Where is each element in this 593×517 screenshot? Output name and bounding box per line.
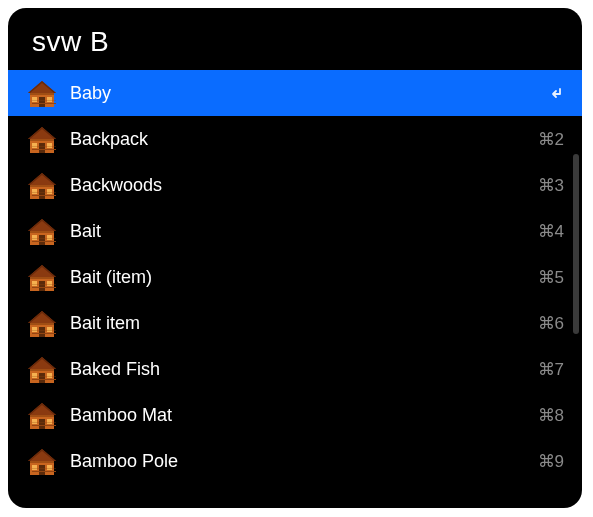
shortcut-label: ⌘7 — [538, 359, 564, 380]
svg-rect-59 — [32, 373, 37, 378]
svg-rect-58 — [39, 373, 45, 383]
scrollbar-thumb[interactable] — [573, 154, 579, 334]
result-label: Bamboo Mat — [70, 405, 526, 426]
svg-rect-35 — [32, 238, 56, 239]
search-input[interactable] — [32, 26, 558, 58]
svg-rect-71 — [32, 422, 56, 423]
svg-rect-44 — [32, 284, 56, 285]
svg-rect-8 — [32, 100, 56, 101]
house-icon — [26, 169, 58, 201]
svg-rect-53 — [32, 330, 56, 331]
svg-rect-22 — [39, 189, 45, 199]
svg-rect-42 — [47, 281, 52, 286]
svg-rect-61 — [32, 379, 56, 380]
svg-rect-15 — [47, 143, 52, 148]
scrollbar[interactable] — [573, 154, 579, 334]
result-row[interactable]: Bait⌘4 — [8, 208, 582, 254]
result-label: Baked Fish — [70, 359, 526, 380]
house-icon — [26, 77, 58, 109]
house-icon — [26, 307, 58, 339]
svg-rect-80 — [32, 468, 56, 469]
svg-rect-4 — [39, 97, 45, 107]
svg-rect-69 — [47, 419, 52, 424]
result-row[interactable]: Backwoods⌘3 — [8, 162, 582, 208]
svg-rect-62 — [32, 376, 56, 377]
svg-rect-13 — [39, 143, 45, 153]
result-row[interactable]: Baby — [8, 70, 582, 116]
result-row[interactable]: Bait (item)⌘5 — [8, 254, 582, 300]
house-icon — [26, 215, 58, 247]
svg-rect-5 — [32, 97, 37, 102]
shortcut-label: ⌘4 — [538, 221, 564, 242]
svg-rect-52 — [32, 333, 56, 334]
svg-rect-67 — [39, 419, 45, 429]
result-label: Backwoods — [70, 175, 526, 196]
house-icon — [26, 445, 58, 477]
svg-rect-40 — [39, 281, 45, 291]
result-row[interactable]: Bamboo Mat⌘8 — [8, 392, 582, 438]
svg-rect-43 — [32, 287, 56, 288]
svg-rect-16 — [32, 149, 56, 150]
result-row[interactable]: Bamboo Pole⌘9 — [8, 438, 582, 484]
svg-rect-7 — [32, 103, 56, 104]
shortcut-label: ⌘2 — [538, 129, 564, 150]
result-label: Baby — [70, 83, 536, 104]
svg-rect-17 — [32, 146, 56, 147]
svg-rect-33 — [47, 235, 52, 240]
shortcut-label: ⌘5 — [538, 267, 564, 288]
svg-rect-41 — [32, 281, 37, 286]
svg-rect-78 — [47, 465, 52, 470]
result-row[interactable]: Backpack⌘2 — [8, 116, 582, 162]
result-label: Backpack — [70, 129, 526, 150]
svg-rect-76 — [39, 465, 45, 475]
result-label: Bait — [70, 221, 526, 242]
results-list[interactable]: Baby Backpack⌘2 Backwoods⌘3 Bait⌘4 — [8, 70, 582, 508]
svg-rect-32 — [32, 235, 37, 240]
svg-rect-31 — [39, 235, 45, 245]
search-bar — [8, 8, 582, 70]
house-icon — [26, 399, 58, 431]
svg-rect-50 — [32, 327, 37, 332]
shortcut-label: ⌘6 — [538, 313, 564, 334]
svg-rect-70 — [32, 425, 56, 426]
house-icon — [26, 353, 58, 385]
house-icon — [26, 123, 58, 155]
command-panel: Baby Backpack⌘2 Backwoods⌘3 Bait⌘4 — [8, 8, 582, 508]
shortcut-label: ⌘8 — [538, 405, 564, 426]
house-icon — [26, 261, 58, 293]
svg-rect-25 — [32, 195, 56, 196]
result-label: Bait item — [70, 313, 526, 334]
enter-icon — [548, 85, 564, 101]
result-label: Bamboo Pole — [70, 451, 526, 472]
svg-rect-68 — [32, 419, 37, 424]
svg-rect-23 — [32, 189, 37, 194]
svg-rect-77 — [32, 465, 37, 470]
svg-rect-49 — [39, 327, 45, 337]
svg-rect-14 — [32, 143, 37, 148]
svg-rect-51 — [47, 327, 52, 332]
shortcut-label: ⌘9 — [538, 451, 564, 472]
svg-rect-79 — [32, 471, 56, 472]
result-row[interactable]: Bait item⌘6 — [8, 300, 582, 346]
svg-rect-6 — [47, 97, 52, 102]
result-label: Bait (item) — [70, 267, 526, 288]
svg-rect-24 — [47, 189, 52, 194]
svg-rect-26 — [32, 192, 56, 193]
result-row[interactable]: Baked Fish⌘7 — [8, 346, 582, 392]
svg-rect-60 — [47, 373, 52, 378]
svg-rect-34 — [32, 241, 56, 242]
shortcut-label: ⌘3 — [538, 175, 564, 196]
